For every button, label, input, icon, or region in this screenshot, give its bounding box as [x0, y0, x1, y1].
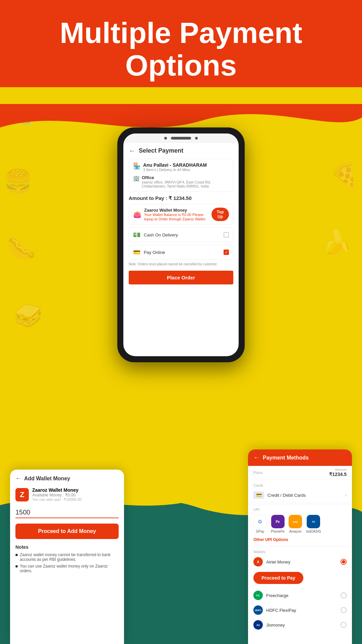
hdfc-icon: HDFC [253, 605, 263, 615]
card-icon-box: 💳 [253, 491, 264, 499]
plans-row: Plans Amount ₹1234.5 [248, 466, 352, 478]
amount-value: ₹1234.5 [329, 472, 347, 477]
screen-title: Select Payment [139, 147, 183, 154]
restaurant-meta: 3 Item's | Delivery in 44 Mins [143, 168, 207, 172]
restaurant-name: Anu Pallavi - SARADHARAM [143, 162, 207, 168]
notch-rect [171, 137, 191, 140]
phonepe-label: PhonePe [271, 530, 285, 533]
add-money-title: Add Wallet Money [24, 476, 70, 482]
divider-2 [248, 504, 352, 504]
cod-checkbox[interactable] [224, 232, 229, 237]
cancellation-note: Note: Orders once placed cannot be cance… [129, 262, 233, 266]
amazon-option[interactable]: pay Amazon [289, 515, 302, 533]
airtel-left: A Airtel Money [253, 557, 290, 567]
hdfc-flexi-option[interactable]: HDFC HDFC FlexiPay [248, 603, 352, 618]
wallet-available: Available Money : ₹0.00 [32, 493, 81, 497]
wallet-details: Zaaroz Wallet Money Available Money : ₹0… [32, 487, 81, 502]
note-dot-1 [15, 554, 18, 556]
freecharge-label: Freecharge [266, 593, 288, 598]
food-deco-pizza: 🍕 [329, 161, 359, 189]
divider-3 [248, 546, 352, 546]
phonepe-option[interactable]: Pe PhonePe [271, 515, 285, 533]
hdfc-radio[interactable] [341, 607, 347, 613]
airtel-radio-inner [342, 560, 345, 564]
airtel-money-option[interactable]: A Airtel Money [248, 554, 352, 569]
card-option-left: 💳 Credit / Debit Cards [253, 491, 306, 499]
notes-title: Notes [15, 544, 119, 550]
divider-1 [248, 480, 352, 480]
note-dot-2 [15, 565, 18, 568]
proceed-pay-button[interactable]: Proceed to Pay [253, 572, 303, 584]
wallet-icon: 👛 [133, 210, 141, 218]
amazon-logo: pay [289, 515, 302, 528]
airtel-label: Airtel Money [266, 559, 290, 565]
food-deco-hotdog: 🌭 [7, 235, 36, 262]
hdfc-left: HDFC HDFC FlexiPay [253, 605, 296, 615]
proceed-pay-container: Proceed to Pay [248, 569, 352, 588]
phone-notch-bar [123, 133, 239, 143]
wallet-info: Zaaroz Wallet Money Your Wallet Balance … [144, 208, 212, 221]
address-label: Office [142, 175, 229, 180]
airtel-icon: A [253, 557, 263, 567]
address-row: 🏢 Office zaaroz office, 9MVV+QF4, East C… [133, 175, 229, 188]
restaurant-icon: 🏪 [133, 162, 140, 170]
other-upi-options[interactable]: Other UPI Options [248, 536, 352, 545]
payment-methods-title: Payment Methods [263, 455, 309, 461]
cash-on-delivery-option[interactable]: 💵 Cash On Delivery [129, 227, 233, 242]
amount-input-field[interactable] [15, 507, 119, 518]
note-item-1: Zaaroz wallet money cannot be transferre… [15, 552, 119, 562]
wallet-balance: Your Wallet Balance is ₹0.00 Please topu… [144, 213, 212, 221]
pay-online-option[interactable]: 💳 Pay Online ✓ [129, 245, 233, 260]
credit-debit-card-option[interactable]: 💳 Credit / Debit Cards › [248, 488, 352, 502]
gpay-option[interactable]: G GPay [253, 515, 267, 533]
indoasis-logo: IO [307, 515, 320, 528]
payment-methods-sheet: ← Payment Methods Plans Amount ₹1234.5 C… [248, 449, 352, 644]
cod-label: Cash On Delivery [144, 232, 178, 237]
add-money-header: ← Add Wallet Money [15, 475, 119, 482]
wallets-section-label: Wallets [248, 548, 352, 554]
jio-left: Jio Jiomoney [253, 620, 285, 630]
proceed-add-money-button[interactable]: Proceed to Add Money [15, 524, 119, 539]
topup-button[interactable]: Top Up [212, 208, 229, 221]
pay-online-label: Pay Online [144, 250, 165, 255]
jiomoney-option[interactable]: Jio Jiomoney [248, 618, 352, 632]
notes-section: Notes Zaaroz wallet money cannot be tran… [15, 544, 119, 573]
payment-methods-header: ← Payment Methods [248, 449, 352, 466]
freecharge-left: FC Freecharge [253, 591, 288, 600]
note-text-1: Zaaroz wallet money cannot be transferre… [20, 552, 119, 562]
indoasis-label: IndOASIS [306, 530, 321, 533]
payment-methods-back-button[interactable]: ← [253, 454, 259, 461]
wallet-name: Zaaroz Wallet Money [32, 487, 81, 493]
headline: Multiple Payment Options [0, 17, 362, 82]
jio-icon: Jio [253, 620, 263, 630]
jio-radio[interactable] [341, 622, 347, 628]
place-order-button[interactable]: Place Order [129, 271, 233, 284]
address-icon: 🏢 [133, 175, 140, 181]
back-button[interactable]: ← [129, 147, 135, 155]
indoasis-option[interactable]: IO IndOASIS [306, 515, 321, 533]
note-text-2: You can use Zaaroz wallet money only on … [20, 564, 119, 573]
freecharge-radio[interactable] [341, 592, 347, 598]
amazon-label: Amazon [289, 530, 302, 533]
freecharge-icon: FC [253, 591, 263, 600]
airtel-radio[interactable] [341, 559, 347, 565]
food-deco-burger: 🍔 [3, 168, 33, 195]
plans-label: Plans [253, 471, 263, 475]
phonepe-logo: Pe [271, 515, 285, 528]
hdfc-label: HDFC FlexiPay [266, 608, 296, 613]
pay-online-checkbox[interactable]: ✓ [224, 250, 229, 255]
card-option-label: Credit / Debit Cards [267, 493, 306, 498]
food-deco-banana: 🍌 [323, 228, 352, 256]
note-item-2: You can use Zaaroz wallet money only on … [15, 564, 119, 573]
cards-section-label: Cards [248, 481, 352, 488]
add-money-back-button[interactable]: ← [15, 475, 21, 482]
amount-display: Amount ₹1234.5 [329, 468, 347, 477]
wallet-card: 👛 Zaaroz Wallet Money Your Wallet Balanc… [129, 204, 233, 225]
cash-icon: 💵 [133, 231, 140, 238]
upi-grid: G GPay Pe PhonePe pay Amazon IO IndOASIS [248, 512, 352, 536]
notch-dot-1 [164, 137, 167, 140]
freecharge-option[interactable]: FC Freecharge [248, 588, 352, 603]
phone-content: ← Select Payment 🏪 Anu Pallavi - SARADHA… [123, 143, 239, 288]
food-deco-sandwich: 🥪 [13, 302, 43, 329]
amount-label: Amount [329, 468, 347, 472]
